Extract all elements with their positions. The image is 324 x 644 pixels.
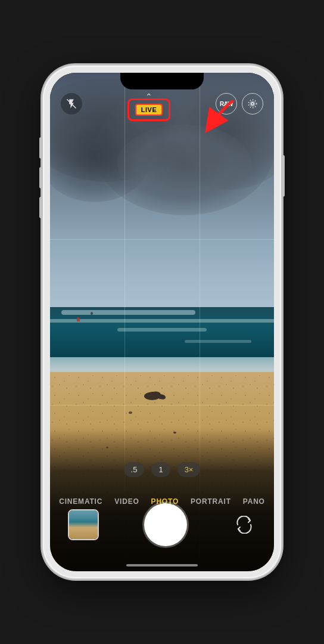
raw-button[interactable]: RAW xyxy=(216,93,237,114)
zoom-05-button[interactable]: .5 xyxy=(124,462,145,477)
phone-screen: ⌃ LIVE RAW xyxy=(50,73,274,571)
last-photo-thumbnail[interactable] xyxy=(68,509,99,540)
right-controls: RAW xyxy=(216,93,263,114)
flip-camera-button[interactable] xyxy=(232,513,256,537)
notch xyxy=(120,73,204,89)
zoom-1-label: 1 xyxy=(158,465,163,474)
zoom-3x-label: 3× xyxy=(185,465,194,474)
raw-label: RAW xyxy=(220,101,233,107)
camera-viewfinder[interactable]: ⌃ LIVE RAW xyxy=(50,73,274,571)
home-indicator xyxy=(126,564,198,566)
live-badge[interactable]: LIVE xyxy=(135,104,163,116)
phone-frame: ⌃ LIVE RAW xyxy=(43,66,281,578)
live-badge-area: ⌃ LIVE xyxy=(135,92,163,116)
shutter-button[interactable] xyxy=(144,503,187,546)
live-label: LIVE xyxy=(141,106,157,113)
flash-button[interactable] xyxy=(61,93,82,114)
svg-point-3 xyxy=(250,101,255,107)
zoom-05-label: .5 xyxy=(131,465,138,474)
zoom-3x-button[interactable]: 3× xyxy=(177,462,201,477)
zoom-1-button[interactable]: 1 xyxy=(151,462,170,477)
shutter-row xyxy=(50,503,274,546)
live-photo-settings-button[interactable] xyxy=(242,93,263,114)
zoom-controls: .5 1 3× xyxy=(50,462,274,477)
chevron-up-icon: ⌃ xyxy=(145,92,152,101)
camera-top-controls: ⌃ LIVE RAW xyxy=(50,92,274,116)
live-badge-wrapper: LIVE xyxy=(135,104,163,116)
thumbnail-image xyxy=(69,510,98,539)
